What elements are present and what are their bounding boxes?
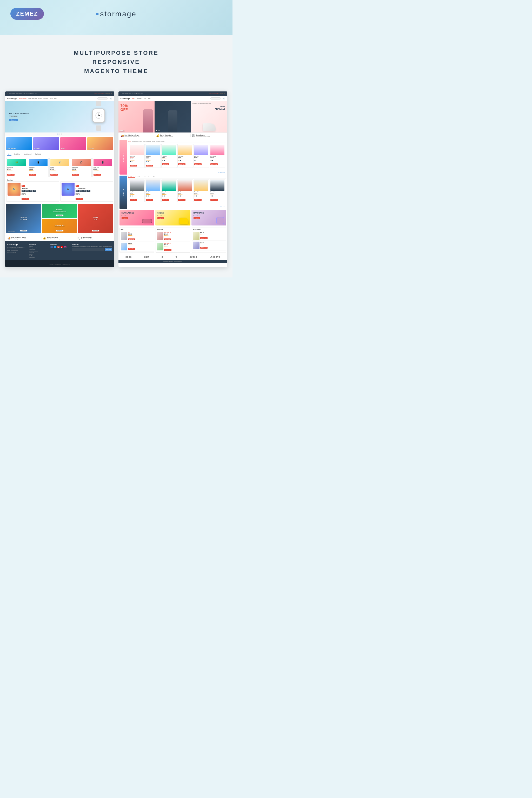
nav-item-trackers[interactable]: Trackers [43,98,48,99]
wproduct-5-btn[interactable]: Add to Cart [194,164,202,165]
special-2-btn[interactable]: Add to Cart [76,198,83,200]
fashion-nav-mens[interactable]: Men's [132,98,135,99]
wtab-shoes[interactable]: Shoes [128,140,131,142]
banner-gear[interactable]: GEARFIT2 Shop now [78,204,113,233]
mproduct-3-btn[interactable]: Add to Cart [162,199,169,201]
banner-ue-btn[interactable]: Shop now [56,214,63,216]
social-tw[interactable]: t [54,246,56,248]
swatch-white[interactable] [131,161,133,163]
collection-handbags[interactable]: HANDBAGS New Collections Shop now [191,210,227,226]
mswatch-black-4[interactable] [180,195,181,197]
mtab-windwear[interactable]: Windwear [139,176,144,178]
footer-link-privacy[interactable]: Privacy Policy [29,249,49,250]
nav-item-smartwatches[interactable]: Smart Watches [28,98,37,99]
footer-link-delivery[interactable]: Delivery Information [29,247,49,249]
mswatch-blue[interactable] [146,195,147,197]
brand-hm[interactable]: H&M [144,256,149,258]
fashion-nav-kids[interactable]: Kids [144,98,146,99]
banner-gear-btn[interactable]: Shop now [92,230,99,231]
swatch-black[interactable] [130,161,131,163]
fashion-topbar-link[interactable]: Virtual assistant Page [209,93,220,94]
mproduct-6-btn[interactable]: Add to Cart [210,199,218,201]
mproduct-1-btn[interactable]: Add to Cart [130,199,137,201]
swatch-beige[interactable] [178,160,179,161]
nav-item-smartphones[interactable]: Smartphones [19,98,26,99]
zemez-logo[interactable]: ZEMEZ [11,8,44,20]
mtab-trousers[interactable]: Trousers [149,176,153,178]
wtab-intimate[interactable]: Intimate [152,140,155,142]
social-icon-3[interactable] [109,93,110,94]
social-icon-1[interactable] [106,93,107,94]
fashion-cart-icon[interactable]: 🛒 [223,97,225,99]
col-mv-prod-2-btn[interactable]: Add to Cart [200,247,208,249]
swatch-black-2[interactable] [148,161,149,163]
mswatch-beige[interactable] [194,195,196,197]
cart-icon[interactable]: 🛒 [110,97,112,99]
dot-1[interactable] [57,134,58,135]
collection-sunglasses[interactable]: SUNGLASSES New Collections Shop now [119,210,155,226]
mproduct-2-btn[interactable]: Add to Cart [146,199,153,201]
mswatch-black[interactable] [131,195,133,197]
mswatch-red[interactable] [178,195,179,197]
footer-link-about[interactable]: About Us [29,246,49,247]
nav-item-blog[interactable]: Blog [54,98,57,99]
nav-item-gear[interactable]: Gear [50,98,53,99]
banner-braven[interactable]: BRAVEN 705 Shop now [42,219,77,233]
tab-best[interactable]: Best Seller [13,153,21,156]
swatch-black-6[interactable] [212,160,213,161]
mens-see-all-link[interactable]: See All Products [218,206,225,208]
wtab-blouses[interactable]: Blouses [156,140,160,142]
footer-link-sub[interactable]: Subscription [29,256,49,258]
social-fb[interactable]: f [51,246,53,248]
swatch-gray-2[interactable] [210,160,212,161]
footer-link-terms[interactable]: Terms & Conditions [29,250,49,252]
swatch-gray[interactable] [162,160,164,161]
nav-item-audio[interactable]: Audio [38,98,42,99]
swatch-blue[interactable] [146,161,147,163]
mproduct-4-btn[interactable]: Add to Cart [178,199,186,201]
mswatch-navy[interactable] [210,195,212,197]
cat-watches[interactable]: Watches [33,137,59,150]
wtab-windwear[interactable]: Windwear [146,140,151,142]
topbar-link[interactable]: Virtual assistant Page [95,93,105,94]
mswatch-black-6[interactable] [212,195,213,197]
fashion-nav-blog[interactable]: Blog [148,98,150,99]
tab-viewed[interactable]: Most Viewed [23,153,33,156]
col-top-prod-2-btn[interactable]: Add to Cart [164,249,171,251]
brand-guess[interactable]: GUESS [190,256,197,258]
wproduct-6-btn[interactable]: Add to Cart [210,164,218,165]
wproduct-2-btn[interactable]: Add to Cart [146,165,153,167]
social-icon-2[interactable] [107,93,109,94]
wtab-skirts[interactable]: Skirts [139,140,142,142]
product-3-add-btn[interactable]: Add to Cart [51,174,58,176]
mswatch-black-2[interactable] [148,195,149,197]
product-4-add-btn[interactable]: Add to Cart [72,174,79,176]
banner-ue[interactable]: UE ROLL 2Portable Bluetooth Speaker Shop… [42,204,77,218]
footer-link-sitemap[interactable]: Site Map [29,255,49,256]
swatch-black-4[interactable] [180,160,181,161]
banner-galaxy[interactable]: GALAXYS7 EDGE By Any Other Name Shop now [6,204,41,233]
social-icon-4[interactable] [111,93,112,94]
product-2-add-btn[interactable]: Add to Cart [29,174,36,176]
mswatch-gray[interactable] [130,195,131,197]
brand-g[interactable]: G [162,256,163,258]
social-ig[interactable]: 📷 [64,246,66,248]
fashion-social-2[interactable] [222,93,223,94]
ss-hero-btn[interactable]: Shop now [9,119,18,121]
footer-link-contact[interactable]: Contact Us [29,252,49,253]
coll-handbags-btn[interactable]: Shop now [193,217,200,219]
cat-trackers[interactable]: Trackers [87,137,113,150]
fashion-social-3[interactable] [224,93,225,94]
dot-2[interactable] [59,134,60,135]
col-new-prod-1-btn[interactable]: Add to Cart [128,239,135,240]
swatch-black-5[interactable] [194,160,196,161]
dot-3[interactable] [61,134,62,135]
mtab-tops[interactable]: Tops & T-shirts [128,176,135,178]
collection-shoes[interactable]: SHOES New Collections Shop now [155,210,190,226]
mtab-suits[interactable]: Suits [136,176,138,178]
newsletter-input[interactable] [72,248,104,251]
brand-ecco[interactable]: ECCO [126,256,132,258]
special-1-btn[interactable]: Add to Cart [22,198,29,200]
product-5-add-btn[interactable]: Add to Cart [94,174,101,176]
mproduct-5-btn[interactable]: Add to Cart [194,199,202,201]
